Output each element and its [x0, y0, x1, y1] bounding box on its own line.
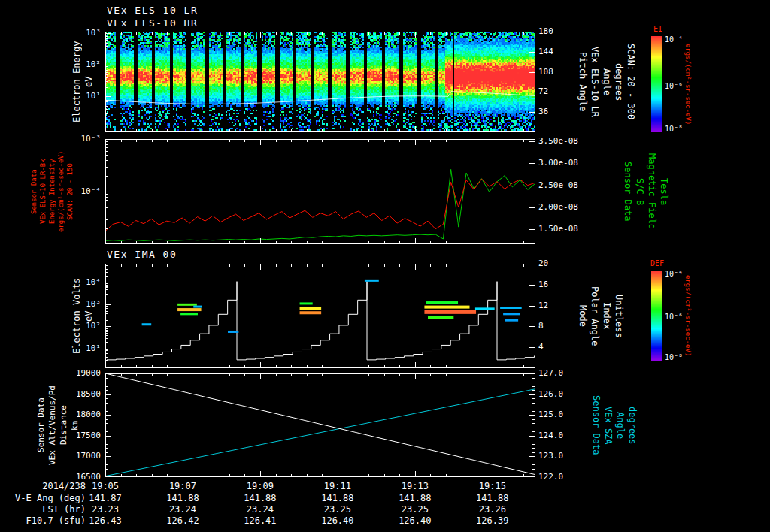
axis-title-column: Magnetic Field [647, 139, 657, 244]
footer-value: 126.41 [238, 515, 283, 526]
footer-value: 23.25 [393, 504, 438, 515]
panel2-left-axis-title: Sensor DataVEx ELS-10 LR-BkEnergy Intens… [30, 139, 74, 244]
axis-title-column: eV [83, 264, 94, 368]
axis-title-column: Index [602, 264, 612, 368]
footer-value: 23.26 [470, 504, 515, 515]
axis-title-column: Sensor Data [30, 139, 38, 244]
axis-title-column: Polar Angle [590, 264, 600, 368]
axis-title-column: Mode [578, 264, 588, 368]
footer-value: 141.87 [83, 493, 128, 503]
footer-value: 23.25 [315, 504, 360, 515]
axis-title-column: SCAN: 20 - 150 [66, 139, 74, 244]
panel2-right-tick-label: 2.50e-08 [538, 180, 593, 190]
panel2-right-tick-label: 1.50e-08 [538, 224, 593, 234]
axis-title-column: Angle [615, 373, 626, 477]
panel4-right-tick-label: 124.0 [538, 431, 593, 440]
plot-page: VEx ELS-10 LR VEx ELS-10 HR VEx IMA-00 E… [0, 0, 770, 532]
time-label: 19:13 [394, 481, 436, 491]
footer-value: 126.43 [83, 515, 128, 526]
axis-title-column: SCAN: 20 - 300 [626, 32, 636, 132]
footer-value: 126.40 [315, 515, 360, 526]
panel1-right-axis-title: Pitch AngleVEx ELS-10 LRAngledegreesSCAN… [578, 32, 636, 132]
footer-value: 141.88 [470, 493, 515, 503]
time-label: 19:07 [162, 481, 204, 491]
panel3-right-axis-title: ModePolar AngleIndexUnitless [578, 264, 624, 368]
panel1-title-hr: VEx ELS-10 HR [107, 17, 198, 29]
footer-value: 23.24 [238, 504, 283, 515]
footer-value: 126.39 [470, 515, 515, 526]
axis-title-column: degrees [614, 32, 624, 132]
footer-value: 141.88 [315, 493, 360, 503]
panel2-right-tick-label: 3.00e-08 [538, 158, 593, 168]
panel2-right-tick-label: 3.50e-08 [538, 136, 593, 146]
axis-title-column: Sensor Data [623, 139, 633, 244]
colorbar-ei-label: EI [647, 25, 669, 33]
panel4-right-tick-label: 126.0 [538, 389, 593, 399]
colorbar-units: ergs/(cm²-sr-sec-eV) [684, 271, 692, 361]
colorbar-units: ergs/(cm²-sr-sec-eV) [684, 36, 692, 132]
time-label: 19:15 [471, 481, 514, 491]
footer-value: 141.88 [160, 493, 205, 503]
panel2-right-axis-title: Sensor DataS/C BMagnetic FieldTesla [623, 139, 669, 244]
footer-value: 141.88 [238, 493, 283, 503]
axis-title-column: Sensor Data [36, 373, 46, 477]
footer-row-label: F10.7 (sfu) [6, 515, 86, 526]
axis-title-column: Angle [602, 32, 612, 132]
colorbar-def-canvas [651, 271, 662, 361]
axis-title-column: Electron Volts [71, 264, 82, 368]
colorbar-def-label: DEF [642, 259, 672, 268]
panel1-left-axis-title: Electron EnergyeV [71, 32, 94, 132]
panel4-right-tick-label: 125.0 [538, 410, 593, 419]
panel2-right-tick-label: 2.00e-08 [538, 202, 593, 212]
colorbar-ei-canvas [651, 36, 662, 132]
intensity-bfield-canvas [105, 139, 535, 244]
axis-title-column: VEx Alt/Venus/Pd [47, 373, 57, 477]
axis-title-column: degrees [627, 373, 638, 477]
time-label: 19:09 [239, 481, 281, 491]
panel3-title-ima: VEx IMA-00 [107, 249, 177, 260]
panel4-right-tick-label: 122.0 [538, 472, 593, 482]
els-spectrogram-canvas [105, 32, 535, 132]
time-label: 19:11 [317, 481, 359, 491]
colorbar-units-text: ergs/(cm²-sr-sec-eV) [684, 275, 692, 356]
axis-title-column: Sensor Data [591, 373, 602, 477]
panel4-right-tick-label: 123.0 [538, 451, 593, 461]
axis-title-column: Distance [59, 373, 68, 477]
footer-value: 141.88 [393, 493, 438, 503]
axis-title-column: S/C B [635, 139, 645, 244]
panel3-left-axis-title: Electron VoltseV [71, 264, 94, 368]
panel1-title-lr: VEx ELS-10 LR [107, 5, 198, 16]
axis-title-column: Energy Intensity [48, 139, 56, 244]
axis-title-column: Unitless [614, 264, 624, 368]
altitude-sza-canvas [105, 373, 535, 477]
colorbar-units-text: ergs/(cm²-sr-sec-eV) [684, 44, 692, 125]
axis-title-column: km [70, 373, 80, 477]
ima-spectrogram-canvas [105, 264, 535, 368]
footer-value: 126.40 [393, 515, 438, 526]
axis-title-column: Pitch Angle [578, 32, 588, 132]
axis-title-column: eV [83, 32, 94, 132]
footer-value: 126.42 [160, 515, 205, 526]
footer-value: 23.23 [83, 504, 128, 515]
panel4-right-tick-label: 127.0 [538, 368, 593, 378]
panel4-left-axis-title: Sensor DataVEx Alt/Venus/PdDistancekm [36, 373, 80, 477]
footer-value: 23.24 [160, 504, 205, 515]
axis-title-column: VEx SZA [603, 373, 614, 477]
footer-date-label: 2014/238 [6, 481, 86, 491]
footer-row-label: V-E Ang (deg) [6, 493, 86, 503]
axis-title-column: VEx ELS-10 LR-Bk [39, 139, 47, 244]
panel4-right-axis-title: Sensor DataVEx SZAAngledegrees [591, 373, 638, 477]
axis-title-column: ergs/(cm²-sr-sec-eV) [57, 139, 65, 244]
axis-title-column: Electron Energy [71, 32, 82, 132]
footer-row-label: LST (hr) [6, 504, 86, 515]
axis-title-column: Tesla [659, 139, 669, 244]
time-label: 19:05 [84, 481, 126, 491]
axis-title-column: VEx ELS-10 LR [590, 32, 600, 132]
